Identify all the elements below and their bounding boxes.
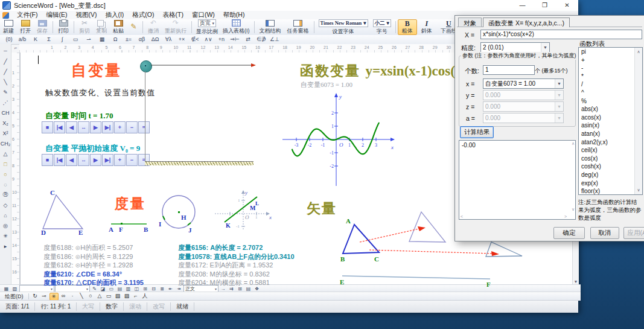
function-list-item[interactable]: atan2(y,x) [579,138,642,147]
desktop: ScienceWord - [Web_变量.dsc] — ❐ ✕ 文件(F)编辑… [0,0,644,329]
miniplot-tick-x: 1 [255,215,258,220]
triangle-cde [43,195,83,229]
result-value: -0.00 [462,142,476,149]
form-expression-input[interactable]: x*sin(x-1)*cos(x+2) [480,30,642,39]
function-list-item[interactable]: cos(x) [579,155,642,163]
measurement-line: 度量6182: ⊙H的半径 = 1.2928 [43,261,144,270]
miniplot-tick-yneg: -1 [236,224,240,229]
function-list-item[interactable]: / [579,80,642,89]
label-k: K [226,222,231,229]
param-value-select[interactable]: 0.000▼ [483,101,564,112]
dialog-tab[interactable]: 对象 [458,18,482,27]
measurement-line: 度量6170: △CDE的面积 = 3.1195 [43,278,144,287]
function-variable-dialog: 对象函数变量 X= f(x,y,z,a,b,c...) X = x*sin(x-… [454,15,644,241]
scroll-left-icon[interactable]: < [461,214,463,219]
chevron-down-icon: ▼ [555,91,563,100]
measurement-line: 度量6208: M的纵坐标 = 0.8362 [178,270,295,279]
calculate-button[interactable]: 计算结果 [460,126,494,138]
measurement-line: 度量6210: ∠CDE = 68.34° [43,270,144,279]
measurement-line: 度量6204: M的横坐标 = 0.5881 [178,278,295,287]
segment-ef [342,276,490,279]
scroll-up-icon: ∧ [637,50,640,54]
precision-select[interactable]: 2 (0.01)▼ [480,42,550,53]
label-seg-e: E [340,278,344,286]
count-input[interactable]: 1 [483,65,535,75]
label-a: A [109,226,113,233]
measurement-line: 度量6186: ⊙H的周长 = 8.1229 [43,252,144,261]
label-c: C [50,189,55,196]
triangle-translated [409,212,445,242]
velocity-arrowhead [251,63,256,67]
label-vec-a: A [346,217,351,225]
point-i-mark [163,216,165,220]
count-label: 个数: [465,67,479,75]
function-list-item[interactable]: ^ [579,89,642,97]
apply-button[interactable]: 应用(A) [623,227,644,239]
dialog-tabs: 对象函数变量 X= f(x,y,z,a,b,c...) [458,18,570,27]
miniplot-y-label: y [245,190,247,196]
scroll-right-icon[interactable]: > [564,214,567,219]
miniplot-x-label: x [269,214,272,220]
count-suffix: 个 (最多15个) [535,67,568,75]
label-d: D [41,229,46,236]
label-h: H [181,214,187,221]
ok-button[interactable]: 确定 [553,227,585,239]
chevron-down-icon: ▼ [541,43,549,52]
radians-note: 注:反三角函数的计算结果为弧度，三角函数的参数是弧度 [578,198,642,222]
function-list-item[interactable]: * [579,72,642,81]
label-f: F [119,226,123,233]
scroll-up-icon[interactable]: ∧ [572,141,575,146]
param-value-select[interactable]: 自变量6073 = 1.00▼ [483,78,564,89]
list-scrollbar[interactable]: ∧∨ [634,48,642,194]
measurement-line: 度量6172: E到A的距离 = 1.9532 [178,261,295,270]
measurement-line: 度量6156: A的长度 = 2.7072 [178,243,295,252]
function-list-item[interactable]: asin(x) [579,121,642,130]
label-i: I [159,220,161,228]
miniplot-origin: O [245,214,249,220]
chevron-down-icon: ▼ [555,113,563,123]
point-f [121,223,123,225]
function-list-item[interactable]: atan(x) [579,130,642,138]
function-list[interactable]: pi+-*/^%abs(x)acos(x)asin(x)atan(x)atan2… [578,47,643,195]
label-seg-f: F [486,281,491,288]
label-j: J [188,226,192,234]
label-vec-b: B [340,255,345,263]
measurements-left: 度量6188: ⊙H的面积 = 5.2507度量6186: ⊙H的周长 = 8.… [43,243,144,287]
miniplot-tick-y: 1 [238,198,240,203]
x-equals-label: X = [465,31,474,39]
measurement-line: 度量10578: 直线AB上F点的分比0.3410 [178,252,295,261]
chevron-down-icon: ▼ [555,102,563,111]
triangle-third [486,242,522,257]
cancel-button[interactable]: 取消 [590,227,619,239]
function-list-item[interactable]: exp(x) [579,179,642,188]
function-list-item[interactable]: + [579,56,642,65]
function-list-item[interactable]: acos(x) [579,113,642,122]
label-b: B [144,226,148,233]
label-vec-c: C [374,255,379,263]
precision-label: 精度: [461,44,476,53]
function-list-item[interactable]: abs(x) [579,105,642,113]
function-list-item[interactable]: deg(x) [579,171,642,179]
measurements-right: 度量6156: A的长度 = 2.7072度量10578: 直线AB上F点的分比… [178,243,295,287]
measurement-line: 度量6188: ⊙H的面积 = 5.2507 [43,243,144,252]
vector-arrow-2 [369,250,493,254]
function-list-item[interactable]: cosh(x) [579,162,642,171]
circle-center-dot [178,211,180,213]
function-list-item[interactable]: - [579,64,642,72]
scroll-down-icon[interactable]: ∨ [572,207,575,212]
param-value-select[interactable]: 0.000▼ [483,90,564,100]
chevron-down-icon: ▼ [555,79,563,88]
scroll-down-icon: ∨ [635,186,642,194]
params-group-label: 参数 (注：参数作为角度使用时，其单位为弧度) [461,52,578,60]
result-box[interactable]: -0.00 ∧ ∨ < > [459,140,576,220]
label-e: E [78,229,83,236]
dialog-tab[interactable]: 函数变量 X= f(x,y,z,a,b,c...) [483,18,570,27]
function-list-item[interactable]: % [579,97,642,106]
function-list-item[interactable]: pi [579,48,642,56]
label-l: L [255,200,259,206]
triangle-abc [343,225,379,254]
function-list-item[interactable]: ceil(x) [579,146,642,155]
function-list-item[interactable]: floor(x) [579,187,642,195]
param-value-select[interactable]: 0.000▼ [483,113,564,123]
